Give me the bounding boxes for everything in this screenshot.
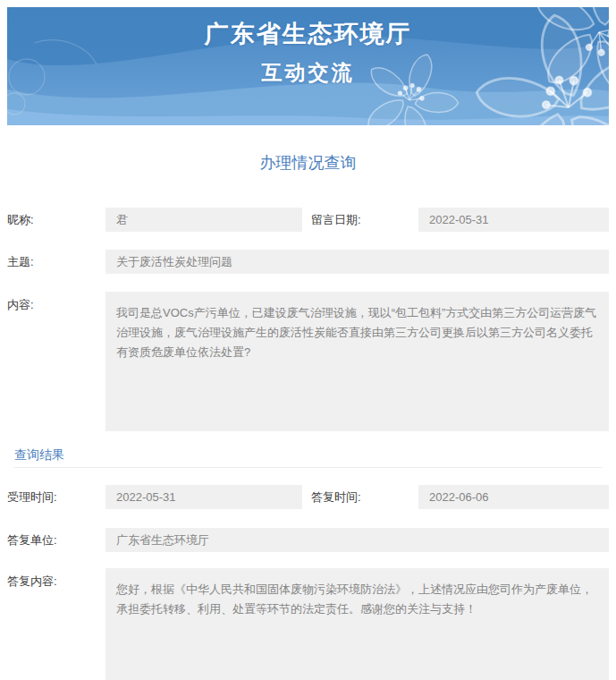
content-label: 内容: [7,292,105,313]
reply-content-label: 答复内容: [7,568,105,590]
inquiry-form: 昵称: 君 留言日期: 2022-05-31 主题: 关于废活性炭处理问题 内容… [0,208,616,680]
query-result-section-title: 查询结果 [14,446,609,463]
nickname-field[interactable]: 君 [105,208,302,232]
reply-unit-row: 答复单位: 广东省生态环境厅 [7,528,609,552]
page-title: 办理情况查询 [0,153,616,173]
accept-reply-time-row: 受理时间: 2022-05-31 答复时间: 2022-06-06 [7,485,609,509]
banner-title: 广东省生态环境厅 [205,18,412,50]
banner-subtitle: 互动交流 [262,59,355,87]
content-row: 内容: 我司是总VOCs产污单位，已建设废气治理设施，现以“包工包料”方式交由第… [7,292,609,431]
reply-unit-field[interactable]: 广东省生态环境厅 [105,528,609,552]
reply-time-label: 答复时间: [302,485,418,509]
accept-time-field[interactable]: 2022-05-31 [105,485,302,509]
section-divider [14,467,602,468]
reply-content-row: 答复内容: 您好，根据《中华人民共和国固体废物污染环境防治法》，上述情况应由您司… [7,568,609,680]
reply-content-textarea[interactable]: 您好，根据《中华人民共和国固体废物污染环境防治法》，上述情况应由您司作为产废单位… [105,568,609,680]
message-date-label: 留言日期: [302,208,418,232]
content-textarea[interactable]: 我司是总VOCs产污单位，已建设废气治理设施，现以“包工包料”方式交由第三方公司… [105,292,609,431]
subject-field[interactable]: 关于废活性炭处理问题 [105,250,609,274]
accept-time-label: 受理时间: [7,485,105,509]
banner-text-block: 广东省生态环境厅 互动交流 [7,7,609,125]
nickname-label: 昵称: [7,208,105,232]
subject-label: 主题: [7,250,105,274]
header-banner: 广东省生态环境厅 互动交流 [7,7,609,125]
subject-row: 主题: 关于废活性炭处理问题 [7,250,609,274]
message-date-field[interactable]: 2022-05-31 [418,208,609,232]
reply-time-field[interactable]: 2022-06-06 [418,485,609,509]
nickname-date-row: 昵称: 君 留言日期: 2022-05-31 [7,208,609,232]
reply-unit-label: 答复单位: [7,528,105,552]
